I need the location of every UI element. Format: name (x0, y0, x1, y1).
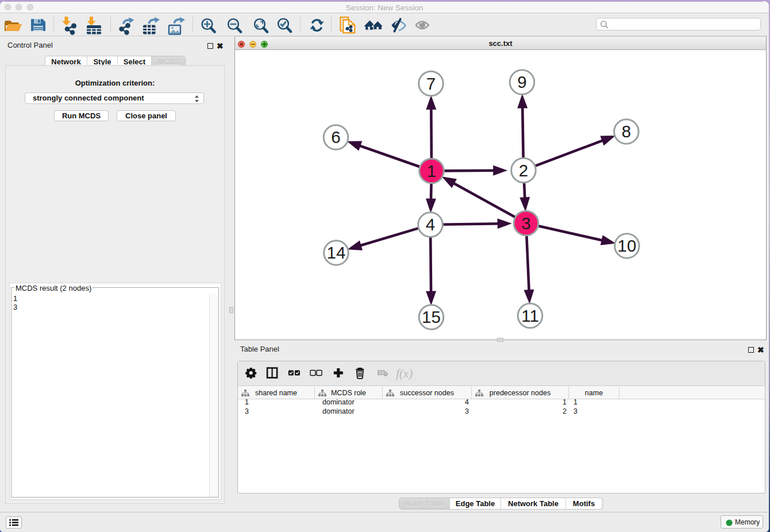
svg-text:2: 2 (519, 161, 528, 180)
svg-text:15: 15 (422, 307, 441, 326)
svg-text:4: 4 (426, 215, 435, 234)
svg-text:10: 10 (618, 236, 637, 255)
svg-text:11: 11 (521, 306, 539, 325)
svg-text:6: 6 (331, 128, 340, 147)
svg-text:14: 14 (327, 243, 346, 262)
svg-text:1: 1 (427, 161, 436, 180)
svg-text:8: 8 (622, 122, 631, 141)
svg-text:7: 7 (426, 74, 436, 93)
svg-text:9: 9 (517, 72, 526, 91)
svg-text:3: 3 (521, 214, 530, 233)
svg-text:f(x): f(x) (396, 367, 413, 380)
